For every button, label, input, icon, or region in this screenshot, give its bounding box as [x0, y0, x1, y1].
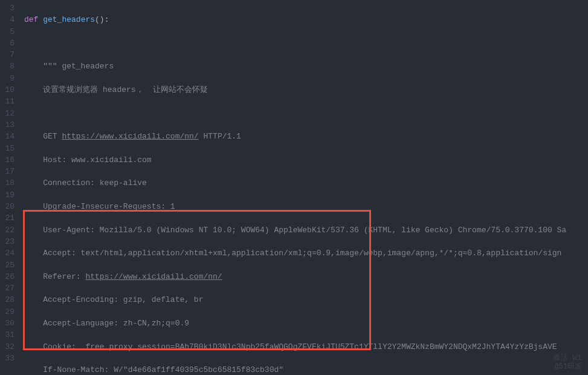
line-number: 23: [2, 236, 15, 247]
line-number: 32: [2, 341, 15, 353]
line-number-gutter: 3456789101112131415161718192021222324252…: [0, 0, 19, 375]
line-number: 6: [2, 38, 15, 49]
code-line: Referer: https://www.xicidaili.com/nn/: [24, 271, 588, 282]
line-number: 27: [2, 282, 15, 294]
code-line: GET https://www.xicidaili.com/nn/ HTTP/1…: [24, 131, 588, 142]
code-line: Host: www.xicidaili.com: [24, 154, 588, 166]
line-number: 20: [2, 201, 15, 212]
line-number: 31: [2, 329, 15, 341]
code-line: """ get_headers: [24, 60, 588, 72]
line-number: 13: [2, 119, 15, 131]
line-number: 19: [2, 189, 15, 201]
line-number: 9: [2, 73, 15, 84]
code-line: Accept-Encoding: gzip, deflate, br: [24, 294, 588, 305]
line-number: 7: [2, 49, 15, 60]
line-number: 29: [2, 306, 15, 318]
line-number: 28: [2, 294, 15, 305]
line-number: 17: [2, 166, 15, 177]
code-line: def get_headers():: [24, 14, 588, 25]
line-number: 10: [2, 84, 15, 96]
code-line: Connection: keep-alive: [24, 177, 588, 189]
code-editor[interactable]: 3456789101112131415161718192021222324252…: [0, 0, 588, 375]
line-number: 18: [2, 177, 15, 189]
code-line: User-Agent: Mozilla/5.0 (Windows NT 10.0…: [24, 224, 588, 236]
line-number: 24: [2, 247, 15, 259]
code-line: [24, 38, 588, 49]
code-line: Upgrade-Insecure-Requests: 1: [24, 201, 588, 212]
code-content[interactable]: def get_headers(): """ get_headers 设置常规浏…: [19, 0, 588, 375]
code-line: If-None-Match: W/"d4e66af1ff40395c5bc658…: [24, 364, 588, 375]
line-number: 16: [2, 154, 15, 166]
line-number: 26: [2, 271, 15, 282]
code-line: [24, 108, 588, 119]
line-number: 5: [2, 26, 15, 38]
code-line: Accept-Language: zh-CN,zh;q=0.9: [24, 318, 588, 329]
line-number: 3: [2, 2, 15, 14]
code-line: Accept: text/html,application/xhtml+xml,…: [24, 247, 588, 259]
line-number: 15: [2, 143, 15, 154]
line-number: 8: [2, 60, 15, 72]
code-line: Cookie: _free_proxy_session=BAh7B0kiD3Nl…: [24, 341, 588, 353]
code-line: 设置常规浏览器 headers， 让网站不会怀疑: [24, 84, 588, 96]
line-number: 25: [2, 259, 15, 271]
line-number: 4: [2, 14, 15, 25]
line-number: 22: [2, 224, 15, 236]
line-number: 12: [2, 108, 15, 119]
line-number: 14: [2, 131, 15, 142]
watermark-id: @51研发: [554, 361, 582, 371]
line-number: 30: [2, 318, 15, 329]
line-number: 33: [2, 353, 15, 364]
line-number: 11: [2, 96, 15, 107]
line-number: 21: [2, 212, 15, 224]
